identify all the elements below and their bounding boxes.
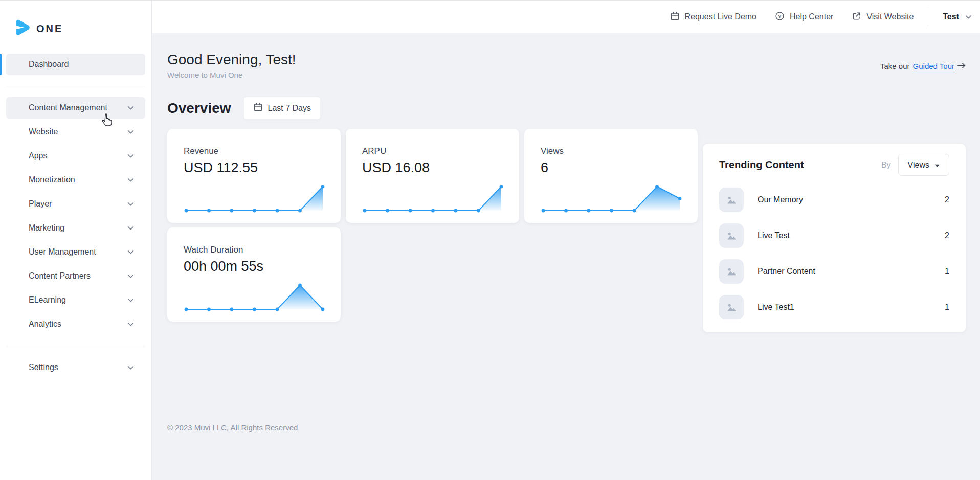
trending-item-count: 1 bbox=[945, 303, 949, 312]
sidebar-item-dashboard[interactable]: Dashboard bbox=[6, 54, 145, 75]
sparkline-chart bbox=[183, 182, 326, 217]
sidebar-item-label: Apps bbox=[29, 151, 47, 161]
content-area: Good Evening, Test! Welcome to Muvi One … bbox=[152, 33, 980, 480]
user-name: Test bbox=[943, 12, 959, 21]
overview-row: Overview Last 7 Days bbox=[167, 97, 966, 120]
sidebar-item-label: Content Partners bbox=[29, 271, 91, 281]
stat-card-revenue: Revenue USD 112.55 bbox=[167, 129, 341, 223]
stat-card-views: Views 6 bbox=[524, 129, 698, 223]
help-center-button[interactable]: ? Help Center bbox=[775, 11, 833, 23]
stat-cards: Revenue USD 112.55 ARPU USD 16.08 Views … bbox=[167, 129, 698, 322]
sidebar-item-website[interactable]: Website bbox=[6, 121, 145, 143]
sidebar-item-label: Settings bbox=[29, 363, 58, 372]
sidebar-item-marketing[interactable]: Marketing bbox=[6, 217, 145, 239]
sidebar-item-settings[interactable]: Settings bbox=[6, 357, 145, 378]
brand-logo-icon bbox=[12, 18, 32, 39]
brand-logo[interactable]: ONE bbox=[0, 1, 151, 39]
active-indicator bbox=[0, 54, 2, 75]
sidebar-item-monetization[interactable]: Monetization bbox=[6, 169, 145, 191]
caret-down-icon bbox=[934, 161, 940, 170]
request-live-demo-label: Request Live Demo bbox=[685, 12, 757, 21]
main-column: Request Live Demo ? Help Center Visit We… bbox=[152, 1, 980, 480]
visit-website-button[interactable]: Visit Website bbox=[852, 11, 914, 23]
sidebar-item-label: User Management bbox=[29, 247, 96, 257]
trending-item-title: Live Test1 bbox=[758, 303, 794, 312]
help-icon: ? bbox=[775, 11, 785, 23]
sidebar-item-label: Website bbox=[29, 127, 58, 136]
trending-item-live-test[interactable]: Live Test2 bbox=[719, 223, 949, 248]
sidebar-divider bbox=[6, 346, 145, 346]
trending-item-count: 2 bbox=[945, 231, 949, 240]
sparkline-chart bbox=[540, 182, 683, 217]
sidebar-item-content-management[interactable]: Content Management bbox=[6, 97, 145, 119]
topbar: Request Live Demo ? Help Center Visit We… bbox=[152, 1, 980, 33]
image-placeholder-icon bbox=[719, 295, 744, 319]
dashboard-widgets: Revenue USD 112.55 ARPU USD 16.08 Views … bbox=[167, 129, 966, 332]
stat-value: USD 112.55 bbox=[184, 160, 324, 176]
sidebar-item-elearning[interactable]: ELearning bbox=[6, 289, 145, 311]
chevron-down-icon bbox=[127, 106, 134, 110]
sidebar-item-content-partners[interactable]: Content Partners bbox=[6, 265, 145, 287]
sidebar-item-label: Player bbox=[29, 199, 52, 209]
guided-tour: Take our Guided Tour bbox=[880, 62, 966, 71]
sidebar-item-apps[interactable]: Apps bbox=[6, 145, 145, 167]
trending-sort: By Views bbox=[881, 154, 949, 176]
trending-item-partner-content[interactable]: Partner Content1 bbox=[719, 259, 949, 284]
help-center-label: Help Center bbox=[790, 12, 833, 21]
sidebar-item-label: ELearning bbox=[29, 295, 66, 305]
trending-item-count: 1 bbox=[945, 267, 949, 276]
sparkline-chart bbox=[183, 281, 326, 315]
sidebar-item-user-management[interactable]: User Management bbox=[6, 241, 145, 263]
trending-header: Trending Content By Views bbox=[719, 154, 949, 176]
sidebar-item-analytics[interactable]: Analytics bbox=[6, 313, 145, 335]
guided-tour-link[interactable]: Guided Tour bbox=[913, 62, 954, 71]
chevron-down-icon bbox=[127, 274, 134, 279]
stat-label: Watch Duration bbox=[184, 245, 324, 255]
trending-title: Trending Content bbox=[719, 159, 804, 171]
date-range-button[interactable]: Last 7 Days bbox=[243, 97, 321, 120]
request-live-demo-button[interactable]: Request Live Demo bbox=[670, 11, 757, 23]
stat-value: 6 bbox=[541, 160, 681, 176]
stat-label: ARPU bbox=[362, 146, 503, 156]
calendar-icon bbox=[253, 102, 263, 114]
chevron-down-icon bbox=[127, 365, 134, 370]
sort-by-label: By bbox=[881, 161, 891, 170]
topbar-divider bbox=[928, 8, 928, 26]
image-placeholder-icon bbox=[719, 223, 744, 248]
trending-item-title: Live Test bbox=[758, 231, 790, 240]
sidebar-item-label: Content Management bbox=[29, 103, 107, 112]
chevron-down-icon bbox=[965, 15, 972, 19]
trending-list: Our Memory2Live Test2Partner Content1Liv… bbox=[719, 188, 949, 319]
brand-logo-text: ONE bbox=[36, 23, 63, 35]
copyright-text: © 2023 Muvi LLC, All Rights Reserved bbox=[167, 423, 966, 432]
sidebar-item-label: Marketing bbox=[29, 223, 64, 233]
sort-value: Views bbox=[908, 161, 929, 170]
chevron-down-icon bbox=[127, 250, 134, 255]
greeting-row: Good Evening, Test! Welcome to Muvi One … bbox=[167, 52, 966, 79]
trending-item-title: Our Memory bbox=[758, 195, 803, 204]
chevron-down-icon bbox=[127, 298, 134, 303]
sidebar-item-label: Analytics bbox=[29, 319, 61, 329]
page-title: Good Evening, Test! bbox=[167, 52, 296, 68]
svg-text:?: ? bbox=[778, 13, 781, 18]
chevron-down-icon bbox=[127, 202, 134, 207]
image-placeholder-icon bbox=[719, 188, 744, 212]
chevron-down-icon bbox=[127, 154, 134, 158]
chevron-down-icon bbox=[127, 322, 134, 327]
chevron-down-icon bbox=[127, 130, 134, 134]
sidebar-nav: DashboardContent ManagementWebsiteAppsMo… bbox=[0, 54, 151, 378]
visit-website-label: Visit Website bbox=[866, 12, 914, 21]
image-placeholder-icon bbox=[719, 259, 744, 284]
trending-item-our-memory[interactable]: Our Memory2 bbox=[719, 188, 949, 212]
calendar-icon bbox=[670, 11, 680, 23]
stat-value: 00h 00m 55s bbox=[184, 259, 324, 275]
stat-value: USD 16.08 bbox=[362, 160, 503, 176]
external-link-icon bbox=[852, 11, 861, 23]
chevron-down-icon bbox=[127, 178, 134, 182]
trending-item-live-test1[interactable]: Live Test11 bbox=[719, 295, 949, 319]
sort-dropdown[interactable]: Views bbox=[898, 154, 949, 176]
sidebar-item-player[interactable]: Player bbox=[6, 193, 145, 215]
user-menu[interactable]: Test bbox=[943, 12, 972, 21]
greeting-block: Good Evening, Test! Welcome to Muvi One bbox=[167, 52, 296, 79]
overview-title: Overview bbox=[167, 100, 231, 117]
